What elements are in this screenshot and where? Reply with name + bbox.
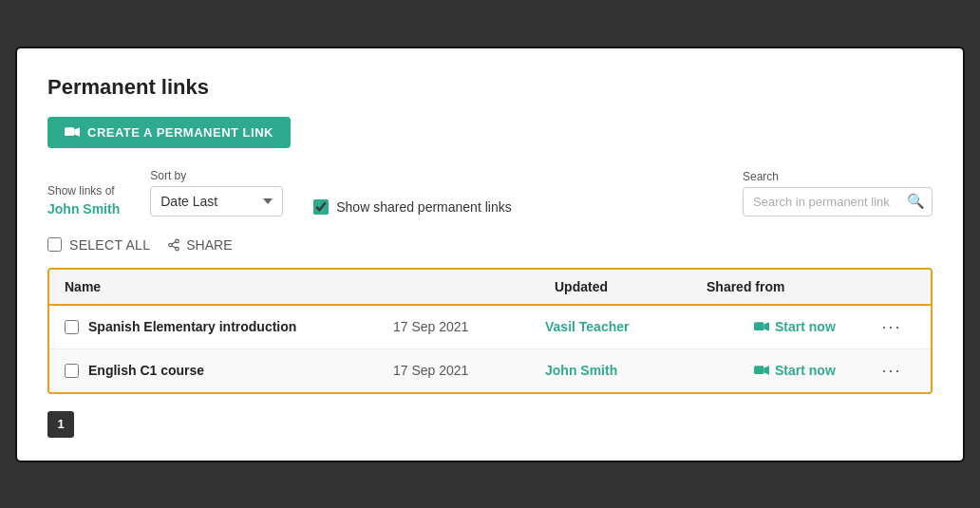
create-permanent-link-button[interactable]: CREATE A PERMANENT LINK [47,117,291,148]
start-now-button-1[interactable]: Start now [754,319,868,334]
svg-rect-7 [754,322,763,330]
svg-marker-8 [763,322,769,331]
search-group: Search 🔍 [743,170,933,216]
svg-point-2 [176,239,179,243]
more-options-button-1[interactable]: ··· [868,317,915,337]
video-icon-2 [754,365,769,376]
show-links-label: Show links of [47,184,120,198]
sort-select[interactable]: Date Last Date Created Name [150,186,283,216]
row-name-text-2: English C1 course [88,363,204,378]
svg-rect-0 [65,127,74,136]
start-now-button-2[interactable]: Start now [754,363,868,378]
table-row-2: English C1 course 17 Sep 2021 John Smith… [49,349,931,392]
row-shared-2: John Smith [545,363,754,378]
video-icon-1 [754,321,769,332]
table-header: Name Updated Shared from [49,270,931,306]
svg-point-3 [169,243,173,247]
select-all-checkbox[interactable] [47,237,62,252]
user-name-link[interactable]: John Smith [47,201,120,216]
row-checkbox-1[interactable] [65,320,79,334]
share-icon [167,238,180,252]
row-updated-2: 17 Sep 2021 [393,363,545,378]
col-header-name: Name [65,279,555,294]
svg-marker-10 [763,366,769,375]
sort-label: Sort by [150,169,283,182]
svg-marker-1 [74,127,80,137]
show-shared-checkbox[interactable] [313,199,329,215]
pagination: 1 [47,411,933,438]
col-header-updated: Updated [555,279,707,294]
row-checkbox-2[interactable] [65,364,79,378]
show-links-group: Show links of John Smith [47,184,120,216]
show-shared-label[interactable]: Show shared permanent links [313,199,511,215]
search-input-wrap: 🔍 [743,187,933,216]
col-header-shared-from: Shared from [707,279,915,294]
sort-group: Sort by Date Last Date Created Name [150,169,283,216]
search-icon-button[interactable]: 🔍 [907,193,925,210]
search-input[interactable] [743,187,933,216]
row-name-1: Spanish Elementary introduction [65,319,393,334]
main-window: Permanent links CREATE A PERMANENT LINK … [15,47,965,462]
select-all-wrap: SELECT ALL [47,237,150,253]
actions-bar: SELECT ALL SHARE [47,234,933,256]
svg-rect-9 [754,366,763,374]
page-title: Permanent links [47,75,933,100]
svg-line-5 [172,245,176,247]
row-updated-1: 17 Sep 2021 [393,319,545,334]
controls-row: Show links of John Smith Sort by Date La… [47,169,933,216]
svg-point-4 [176,247,179,251]
row-name-text-1: Spanish Elementary introduction [88,319,296,334]
table-row: Spanish Elementary introduction 17 Sep 2… [49,306,931,349]
row-name-2: English C1 course [65,363,393,378]
select-all-label: SELECT ALL [69,237,150,253]
svg-line-6 [172,241,176,243]
table-container: Name Updated Shared from Spanish Element… [47,268,933,394]
more-options-button-2[interactable]: ··· [868,361,915,381]
camera-icon [65,126,80,138]
page-button-1[interactable]: 1 [47,411,74,438]
search-label: Search [743,170,933,183]
share-button[interactable]: SHARE [160,234,239,256]
show-shared-group: _ Show shared permanent links [313,182,511,216]
row-shared-1: Vasil Teacher [545,319,754,334]
